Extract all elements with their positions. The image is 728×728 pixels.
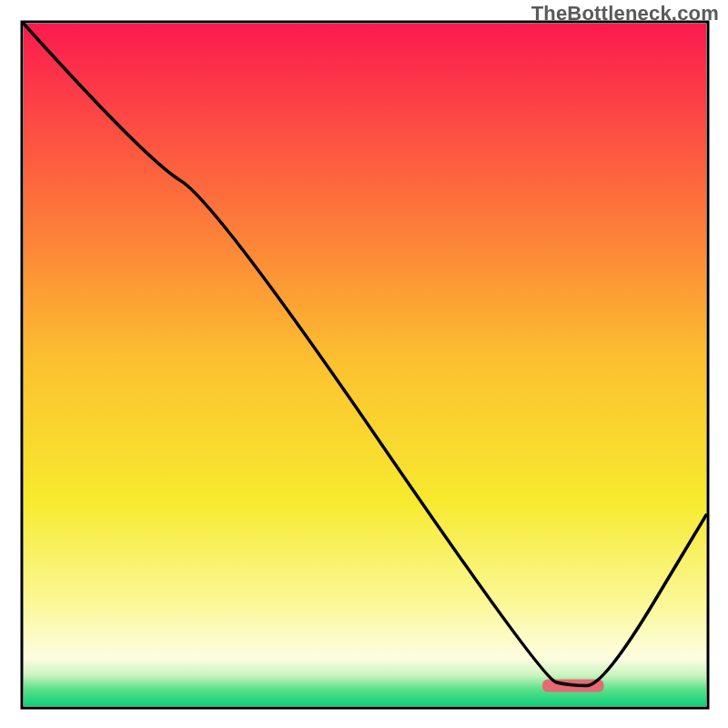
chart-container: TheBottleneck.com xyxy=(0,0,728,728)
plot-background xyxy=(24,24,706,706)
watermark-text: TheBottleneck.com xyxy=(531,2,719,25)
bottleneck-chart-svg xyxy=(0,0,728,728)
